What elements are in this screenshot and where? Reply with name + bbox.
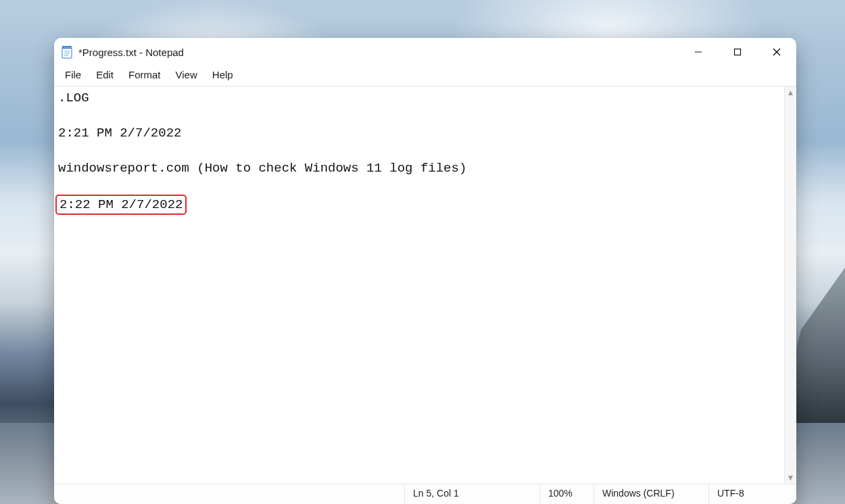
menu-help[interactable]: Help (206, 68, 240, 82)
menu-edit[interactable]: Edit (89, 68, 120, 82)
menu-view[interactable]: View (169, 68, 204, 82)
statusbar: Ln 5, Col 1 100% Windows (CRLF) UTF-8 (54, 484, 796, 504)
maximize-button[interactable] (718, 38, 757, 66)
status-encoding: UTF-8 (708, 484, 796, 504)
editor-line[interactable]: .LOG (58, 89, 780, 107)
status-position: Ln 5, Col 1 (404, 484, 539, 504)
maximize-icon (733, 48, 742, 56)
window-controls (679, 38, 796, 66)
close-button[interactable] (757, 38, 796, 66)
notepad-icon (61, 45, 73, 59)
close-icon (773, 48, 781, 56)
menu-format[interactable]: Format (122, 68, 168, 82)
minimize-button[interactable] (679, 38, 718, 66)
menubar: File Edit Format View Help (54, 66, 796, 86)
editor-area: .LOG 2:21 PM 2/7/2022 windowsreport.com … (54, 86, 796, 484)
svg-point-2 (64, 47, 65, 48)
menu-file[interactable]: File (58, 68, 88, 82)
vertical-scrollbar[interactable]: ▲ ▼ (784, 86, 796, 484)
svg-point-3 (66, 47, 67, 48)
highlighted-line[interactable]: 2:22 PM 2/7/2022 (55, 195, 187, 215)
text-editor[interactable]: .LOG 2:21 PM 2/7/2022 windowsreport.com … (54, 86, 784, 484)
window-title: *Progress.txt - Notepad (78, 47, 184, 58)
scroll-down-icon[interactable]: ▼ (787, 473, 795, 482)
editor-line[interactable]: windowsreport.com (How to check Windows … (58, 159, 780, 177)
svg-point-4 (68, 47, 69, 48)
scroll-up-icon[interactable]: ▲ (787, 88, 795, 97)
svg-point-5 (70, 47, 71, 48)
notepad-window: *Progress.txt - Notepad File Edit (54, 38, 796, 504)
status-zoom: 100% (539, 484, 594, 504)
editor-line[interactable]: 2:21 PM 2/7/2022 (58, 124, 780, 142)
titlebar[interactable]: *Progress.txt - Notepad (54, 38, 796, 66)
status-line-ending: Windows (CRLF) (594, 484, 708, 504)
desktop-background: *Progress.txt - Notepad File Edit (0, 0, 845, 504)
statusbar-spacer (54, 484, 404, 504)
svg-rect-10 (735, 49, 741, 55)
minimize-icon (694, 48, 702, 56)
